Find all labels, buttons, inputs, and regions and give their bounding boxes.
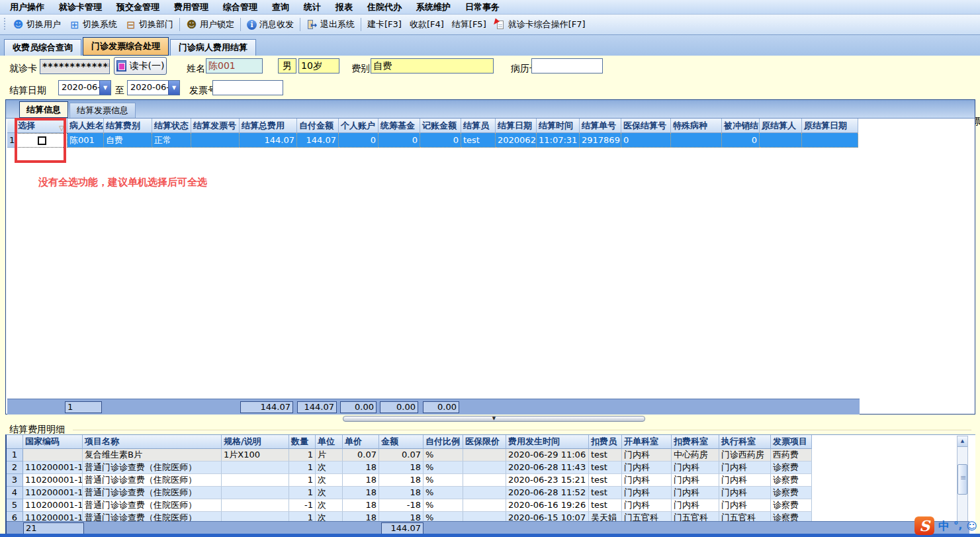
menu-stats[interactable]: 统计 bbox=[296, 0, 328, 14]
date-from-dropdown[interactable]: 2020-06-01 ▼ bbox=[58, 80, 111, 95]
grid-cell[interactable]: test bbox=[589, 499, 622, 512]
grid-cell[interactable]: 20200629 bbox=[496, 133, 537, 148]
grid-cell[interactable]: 18 bbox=[379, 487, 423, 499]
grid-cell[interactable] bbox=[222, 474, 289, 487]
grid-cell[interactable]: 2020-06-28 11:52 bbox=[506, 487, 589, 499]
settle-button[interactable]: 结算[F5] bbox=[448, 17, 490, 32]
grid-cell[interactable]: 诊察费 bbox=[771, 499, 812, 512]
grid-cell[interactable]: 门内科 bbox=[622, 487, 672, 499]
grid-cell[interactable]: 诊察费 bbox=[771, 487, 812, 499]
grid-cell[interactable]: 普通门诊诊查费（住院医师） bbox=[83, 462, 222, 474]
column-header[interactable]: 结算时间 bbox=[537, 119, 580, 133]
tab-cashier-query[interactable]: 收费员综合查询 bbox=[4, 39, 81, 56]
grid-cell[interactable]: 门内科 bbox=[719, 462, 771, 474]
grid-cell[interactable]: test bbox=[589, 449, 622, 462]
grid-cell[interactable]: 18 bbox=[343, 474, 379, 487]
grid-cell[interactable]: 门内科 bbox=[672, 462, 719, 474]
column-header[interactable]: 自付比例 bbox=[423, 435, 463, 449]
detail-row[interactable]: 2110200001-1普通门诊诊查费（住院医师）1次1818%2020-06-… bbox=[7, 462, 814, 474]
grid-cell[interactable]: 1 bbox=[289, 462, 316, 474]
read-card-button[interactable]: 读卡(一) bbox=[114, 57, 167, 75]
column-header[interactable]: 费用发生时间 bbox=[506, 435, 589, 449]
grid-cell[interactable]: % bbox=[423, 462, 463, 474]
column-header[interactable]: 特殊病种 bbox=[671, 119, 722, 133]
grid-cell[interactable]: 复合维生素B片 bbox=[83, 449, 222, 462]
grid-cell[interactable]: 18 bbox=[379, 474, 423, 487]
grid-cell[interactable]: 144.07 bbox=[297, 133, 339, 148]
column-header[interactable]: 结算总费用 bbox=[240, 119, 297, 133]
column-header[interactable]: 项目名称 bbox=[83, 435, 222, 449]
grid-cell[interactable]: 1 bbox=[289, 474, 316, 487]
column-header[interactable]: 结算日期 bbox=[496, 119, 537, 133]
grid-cell[interactable]: 诊察费 bbox=[771, 474, 812, 487]
menu-reports[interactable]: 报表 bbox=[328, 0, 360, 14]
detail-row[interactable]: 4110200001-1普通门诊诊查费（住院医师）1次1818%2020-06-… bbox=[7, 487, 814, 499]
horizontal-splitter[interactable]: ▼ bbox=[343, 416, 645, 422]
grid-cell[interactable]: 次 bbox=[316, 462, 343, 474]
detail-row[interactable]: 5110200001-1普通门诊诊查费（住院医师）-1次18-18%2020-0… bbox=[7, 499, 814, 512]
grid-cell[interactable]: 门内科 bbox=[622, 462, 672, 474]
grid-cell[interactable]: test bbox=[589, 487, 622, 499]
column-header[interactable]: 执行科室 bbox=[719, 435, 771, 449]
grid-cell[interactable] bbox=[463, 487, 506, 499]
lock-user-button[interactable]: ☻ 用户锁定 bbox=[182, 17, 238, 32]
grid-cell[interactable]: 0 bbox=[379, 133, 420, 148]
grid-cell[interactable]: 门内科 bbox=[719, 487, 771, 499]
grid-cell[interactable] bbox=[222, 499, 289, 512]
menu-user-ops[interactable]: 用户操作 bbox=[3, 0, 52, 14]
grid-cell[interactable]: -18 bbox=[379, 499, 423, 512]
grid-cell[interactable]: 18 bbox=[379, 462, 423, 474]
column-header[interactable]: 金额 bbox=[379, 435, 423, 449]
column-header[interactable]: 数量 bbox=[289, 435, 316, 449]
collect-payment-button[interactable]: 收款[F4] bbox=[406, 17, 448, 32]
tab-outpatient-fee-settlement[interactable]: 门诊病人费用结算 bbox=[170, 39, 256, 56]
chevron-down-icon[interactable]: ▼ bbox=[168, 81, 179, 95]
column-header[interactable]: 统筹基金 bbox=[379, 119, 420, 133]
column-header[interactable]: 单价 bbox=[343, 435, 379, 449]
switch-system-button[interactable]: ⊞ 切换系统 bbox=[65, 17, 121, 32]
grid-cell[interactable]: % bbox=[423, 487, 463, 499]
grid-cell[interactable]: 18 bbox=[343, 462, 379, 474]
row-number[interactable]: 4 bbox=[7, 487, 23, 499]
grid-cell[interactable]: 110200001-1 bbox=[23, 499, 83, 512]
grid-cell[interactable]: 2020-06-16 19:26 bbox=[506, 499, 589, 512]
grid-cell[interactable]: 0 bbox=[420, 133, 461, 148]
detail-row[interactable]: 1复合维生素B片1片X1001片0.070.07%2020-06-29 11:0… bbox=[7, 449, 814, 462]
grid-cell[interactable]: 144.07 bbox=[240, 133, 297, 148]
vertical-scrollbar[interactable]: ▲ bbox=[957, 436, 968, 522]
column-header[interactable]: 被冲销结 bbox=[722, 119, 760, 133]
exit-system-button[interactable]: ↦ 退出系统 bbox=[302, 17, 359, 32]
switch-user-button[interactable]: ☻ 切换用户 bbox=[9, 17, 65, 32]
column-header[interactable]: 原结算人 bbox=[760, 119, 802, 133]
menu-inpatient-agency[interactable]: 住院代办 bbox=[360, 0, 409, 14]
grid-cell[interactable]: 门内科 bbox=[672, 474, 719, 487]
grid-cell[interactable] bbox=[463, 449, 506, 462]
grid-cell[interactable] bbox=[191, 133, 240, 148]
grid-cell[interactable]: 0 bbox=[339, 133, 379, 148]
grid-cell[interactable]: 2917869 bbox=[580, 133, 621, 148]
card-number-field[interactable]: ************* bbox=[40, 59, 110, 74]
scrollbar-thumb[interactable] bbox=[958, 464, 967, 495]
row-number[interactable]: 2 bbox=[7, 462, 23, 474]
grid-cell[interactable]: 110200001-1 bbox=[23, 487, 83, 499]
column-header[interactable]: 国家编码 bbox=[23, 435, 83, 449]
menu-prepay-mgmt[interactable]: 预交金管理 bbox=[109, 0, 167, 14]
column-header[interactable]: 结算费别 bbox=[104, 119, 152, 133]
menu-daily-affairs[interactable]: 日常事务 bbox=[458, 0, 507, 14]
chevron-down-icon[interactable]: ▼ bbox=[99, 81, 111, 95]
column-header[interactable]: 原结算日期 bbox=[802, 119, 858, 133]
grid-cell[interactable]: 门内科 bbox=[622, 449, 672, 462]
grid-cell[interactable]: 正常 bbox=[152, 133, 191, 148]
grid-cell[interactable]: 诊察费 bbox=[771, 462, 812, 474]
menu-fee-mgmt[interactable]: 费用管理 bbox=[167, 0, 216, 14]
grid-cell[interactable]: 1 bbox=[289, 449, 316, 462]
menu-query[interactable]: 查询 bbox=[265, 0, 296, 14]
grid-cell[interactable] bbox=[463, 474, 506, 487]
messages-button[interactable]: i 消息收发 bbox=[243, 17, 298, 32]
grid-cell[interactable]: 1片X100 bbox=[222, 449, 289, 462]
column-header[interactable]: 结算单号 bbox=[580, 119, 621, 133]
column-header[interactable]: 结算员 bbox=[461, 119, 496, 133]
grid-cell[interactable] bbox=[23, 449, 83, 462]
tab-settlement-invoice-info[interactable]: 结算发票信息 bbox=[69, 103, 136, 118]
grid-cell[interactable]: % bbox=[423, 449, 463, 462]
